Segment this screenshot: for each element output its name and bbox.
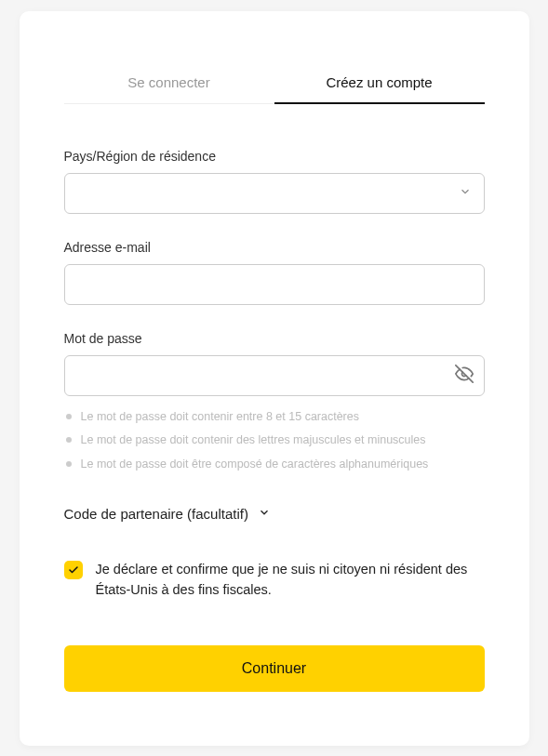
partner-code-label: Code de partenaire (facultatif) bbox=[64, 506, 248, 522]
password-rules: Le mot de passe doit contenir entre 8 et… bbox=[64, 405, 485, 477]
country-select[interactable] bbox=[64, 173, 485, 214]
partner-code-toggle[interactable]: Code de partenaire (facultatif) bbox=[64, 506, 485, 522]
us-declaration-text: Je déclare et confirme que je ne suis ni… bbox=[96, 559, 485, 601]
password-rule: Le mot de passe doit être composé de car… bbox=[64, 453, 485, 477]
email-label: Adresse e-mail bbox=[64, 240, 485, 255]
email-input[interactable] bbox=[64, 264, 485, 305]
email-field-group: Adresse e-mail bbox=[64, 240, 485, 305]
country-label: Pays/Région de résidence bbox=[64, 149, 485, 164]
continue-button[interactable]: Continuer bbox=[64, 645, 485, 692]
password-input-wrap bbox=[64, 355, 485, 396]
us-declaration-checkbox[interactable] bbox=[64, 561, 83, 579]
tab-login[interactable]: Se connecter bbox=[64, 74, 274, 103]
password-label: Mot de passe bbox=[64, 331, 485, 346]
country-select-wrap bbox=[64, 173, 485, 214]
us-declaration-row: Je déclare et confirme que je ne suis ni… bbox=[64, 559, 485, 601]
password-input[interactable] bbox=[64, 355, 485, 396]
country-field-group: Pays/Région de résidence bbox=[64, 149, 485, 214]
password-field-group: Mot de passe Le mot de passe doit conten… bbox=[64, 331, 485, 477]
auth-tabs: Se connecter Créez un compte bbox=[64, 74, 485, 104]
tab-signup[interactable]: Créez un compte bbox=[274, 74, 485, 103]
eye-off-icon[interactable] bbox=[455, 365, 474, 387]
signup-card: Se connecter Créez un compte Pays/Région… bbox=[20, 11, 529, 746]
password-rule: Le mot de passe doit contenir entre 8 et… bbox=[64, 405, 485, 430]
password-rule: Le mot de passe doit contenir des lettre… bbox=[64, 429, 485, 453]
chevron-down-icon bbox=[258, 506, 271, 522]
